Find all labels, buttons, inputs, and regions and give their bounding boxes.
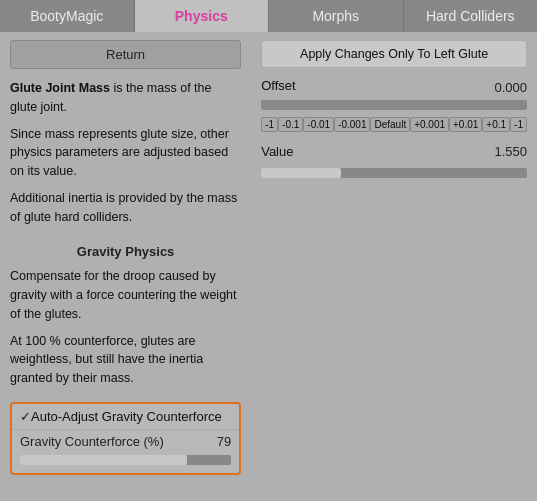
gravity-desc-1: Compensate for the droop caused by gravi… bbox=[10, 267, 241, 323]
gravity-cf-value: 79 bbox=[217, 434, 231, 449]
offset-slider-wrap[interactable] bbox=[261, 98, 527, 112]
tab-bar: BootyMagic Physics Morphs Hard Colliders bbox=[0, 0, 537, 32]
tab-booty-magic[interactable]: BootyMagic bbox=[0, 0, 135, 32]
step-btn-plus01[interactable]: +0.1 bbox=[482, 117, 510, 132]
gravity-cf-row: Gravity Counterforce (%) 79 bbox=[12, 430, 239, 451]
orange-box: ✓ Auto-Adjust Gravity Counterforce Gravi… bbox=[10, 402, 241, 475]
offset-row: Offset 0.000 bbox=[261, 78, 527, 96]
value-slider-track[interactable] bbox=[261, 168, 527, 178]
tab-morphs[interactable]: Morphs bbox=[269, 0, 404, 32]
value-slider-fill bbox=[261, 168, 341, 178]
left-panel: Return Glute Joint Mass is the mass of t… bbox=[0, 32, 251, 501]
value-row: Value 1.550 bbox=[261, 140, 527, 162]
description-2: Since mass represents glute size, other … bbox=[10, 125, 241, 181]
step-btn-plus001[interactable]: +0.01 bbox=[449, 117, 482, 132]
gravity-physics-title: Gravity Physics bbox=[10, 244, 241, 259]
step-btn-minus01[interactable]: -0.1 bbox=[278, 117, 303, 132]
auto-adjust-label: Auto-Adjust Gravity Counterforce bbox=[31, 409, 222, 424]
step-btn-default[interactable]: Default bbox=[370, 117, 410, 132]
step-buttons-row: -1 -0.1 -0.01 -0.001 Default +0.001 +0.0… bbox=[261, 117, 527, 132]
step-btn-minus1[interactable]: -1 bbox=[261, 117, 278, 132]
gravity-cf-slider-track[interactable] bbox=[20, 455, 231, 465]
step-btn-minus0001[interactable]: -0.001 bbox=[334, 117, 370, 132]
offset-value: 0.000 bbox=[494, 80, 527, 95]
gravity-cf-label: Gravity Counterforce (%) bbox=[20, 434, 164, 449]
main-content: Return Glute Joint Mass is the mass of t… bbox=[0, 32, 537, 501]
right-panel: Apply Changes Only To Left Glute Offset … bbox=[251, 32, 537, 501]
gravity-desc-2: At 100 % counterforce, glutes are weight… bbox=[10, 332, 241, 388]
value-slider-wrap[interactable] bbox=[261, 166, 527, 180]
description-3: Additional inertia is provided by the ma… bbox=[10, 189, 241, 227]
gravity-cf-slider-fill bbox=[20, 455, 187, 465]
auto-adjust-row[interactable]: ✓ Auto-Adjust Gravity Counterforce bbox=[12, 404, 239, 429]
gravity-cf-slider-wrap[interactable] bbox=[12, 451, 239, 473]
value-label: Value bbox=[261, 144, 293, 159]
return-button[interactable]: Return bbox=[10, 40, 241, 69]
step-btn-minus001[interactable]: -0.01 bbox=[303, 117, 334, 132]
tab-physics[interactable]: Physics bbox=[135, 0, 270, 32]
offset-slider-track[interactable] bbox=[261, 100, 527, 110]
step-btn-plus1[interactable]: -1 bbox=[510, 117, 527, 132]
offset-label: Offset bbox=[261, 78, 295, 93]
tab-hard-colliders[interactable]: Hard Colliders bbox=[404, 0, 538, 32]
checkmark-icon: ✓ bbox=[20, 409, 31, 424]
description-1: Glute Joint Mass is the mass of the glut… bbox=[10, 79, 241, 117]
value-value: 1.550 bbox=[494, 144, 527, 159]
apply-button[interactable]: Apply Changes Only To Left Glute bbox=[261, 40, 527, 68]
step-btn-plus0001[interactable]: +0.001 bbox=[410, 117, 449, 132]
